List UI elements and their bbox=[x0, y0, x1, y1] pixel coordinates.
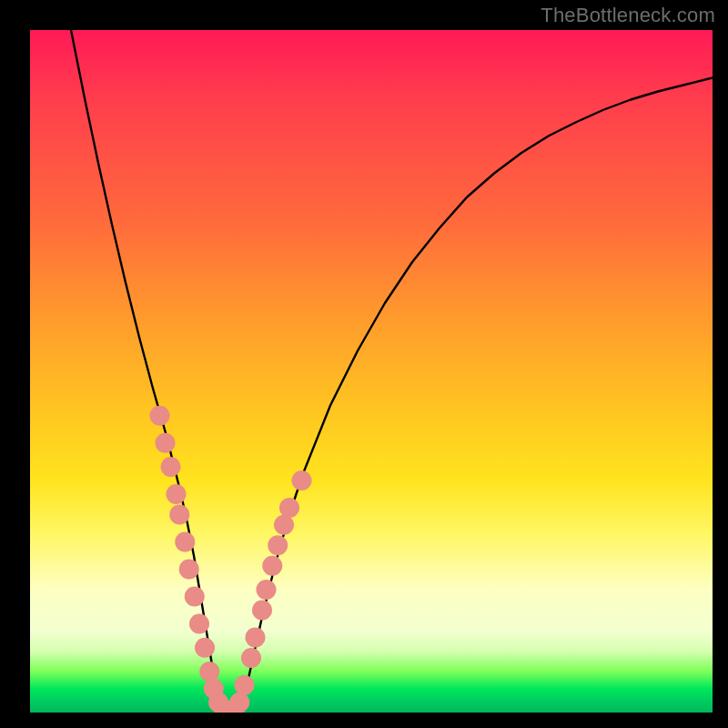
data-dot bbox=[175, 532, 195, 552]
data-dot bbox=[156, 433, 176, 453]
chart-frame: TheBottleneck.com bbox=[0, 0, 728, 728]
data-dot bbox=[167, 484, 187, 504]
data-dot bbox=[262, 556, 282, 576]
data-dot bbox=[252, 601, 272, 621]
data-dot bbox=[268, 535, 288, 555]
data-dot bbox=[229, 693, 249, 713]
data-dot bbox=[274, 515, 294, 535]
data-dot bbox=[179, 560, 199, 580]
data-dots bbox=[150, 406, 312, 713]
data-dot bbox=[257, 580, 277, 600]
chart-svg bbox=[30, 30, 713, 713]
data-dot bbox=[241, 648, 261, 668]
curve-path bbox=[71, 30, 713, 713]
data-dot bbox=[279, 498, 299, 518]
data-dot bbox=[199, 662, 219, 682]
data-dot bbox=[195, 638, 215, 658]
data-dot bbox=[292, 470, 312, 490]
data-dot bbox=[161, 457, 181, 477]
data-dot bbox=[246, 628, 266, 648]
curve-line bbox=[71, 30, 713, 713]
data-dot bbox=[169, 505, 189, 525]
watermark-text: TheBottleneck.com bbox=[541, 4, 715, 27]
data-dot bbox=[235, 675, 255, 695]
chart-plot-area bbox=[30, 30, 713, 713]
data-dot bbox=[150, 406, 170, 426]
data-dot bbox=[189, 614, 209, 634]
data-dot bbox=[185, 587, 205, 607]
